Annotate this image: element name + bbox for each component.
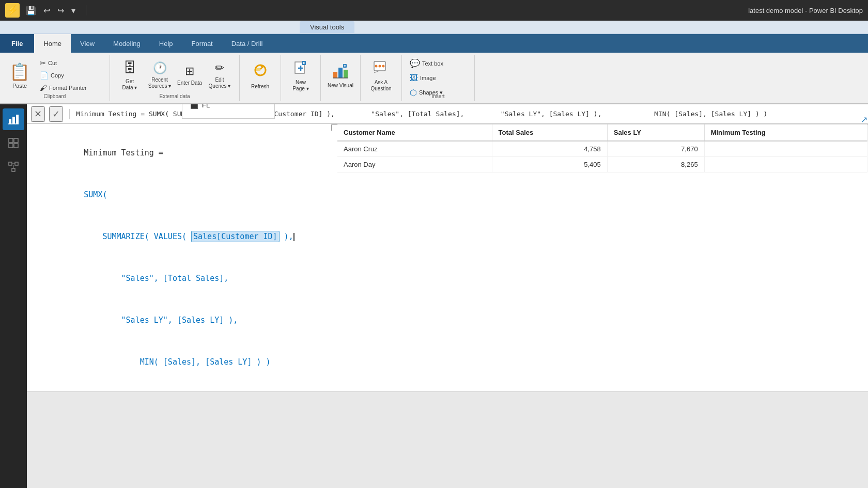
network-icon <box>8 161 19 172</box>
refresh-button[interactable]: Refresh <box>246 57 275 94</box>
new-visual-label: New Visual <box>328 83 353 89</box>
text-box-label: Text box <box>422 60 443 67</box>
ask-question-button[interactable]: Ask AQuestion <box>367 57 396 94</box>
copy-button[interactable]: 📄 Copy <box>37 70 104 81</box>
undo-button[interactable]: ↩ <box>41 5 52 17</box>
filter-item-fl[interactable]: FL <box>191 104 266 109</box>
formula-cancel-button[interactable]: ✕ <box>31 106 45 122</box>
save-button[interactable]: 💾 <box>24 5 38 17</box>
tab-home[interactable]: Home <box>34 34 71 53</box>
cut-icon: ✂ <box>40 59 46 67</box>
recent-sources-icon: 🕐 <box>153 61 167 75</box>
dax-line-2: SUMX( <box>37 174 858 216</box>
copy-icon: 📄 <box>40 71 49 80</box>
recent-sources-label: RecentSources ▾ <box>148 77 171 89</box>
scroll-arrow[interactable]: ↗ <box>861 115 867 124</box>
col-header-customer-name[interactable]: Customer Name <box>337 124 492 141</box>
tab-file[interactable]: File <box>0 34 34 53</box>
ribbon-content: 📋 Paste ✂ Cut 📄 Copy 🖌 Format Painter Cl… <box>0 53 868 104</box>
tab-data-drill[interactable]: Data / Drill <box>222 34 272 53</box>
svg-rect-22 <box>16 115 19 124</box>
sidebar-grid-button[interactable] <box>3 132 24 154</box>
ask-question-group: Ask AQuestion <box>361 55 402 101</box>
sidebar-bar-chart-button[interactable] <box>3 108 24 130</box>
bar-chart-icon <box>8 114 19 125</box>
svg-rect-1 <box>256 68 260 71</box>
paste-label: Paste <box>12 83 27 89</box>
paste-icon: 📋 <box>9 62 30 82</box>
refresh-icon <box>251 61 270 84</box>
cell-customer-2: Aaron Day <box>337 157 492 172</box>
redo-button[interactable]: ↪ <box>55 5 66 17</box>
app-icon: ⚡ <box>5 3 20 18</box>
new-visual-icon <box>331 62 350 83</box>
enter-data-button[interactable]: ⊞ Enter Data <box>175 57 204 94</box>
data-table: Customer Name Total Sales Sales LY Minim… <box>337 124 868 125</box>
paste-button[interactable]: 📋 Paste <box>5 57 34 94</box>
visual-tools-label: Visual tools <box>300 21 354 33</box>
cell-min-testing-1 <box>704 141 867 157</box>
customize-button[interactable]: ▾ <box>69 5 78 17</box>
col-header-minimum-testing[interactable]: Minimum Testing <box>704 124 867 141</box>
table-row: Aaron Day 5,405 8,265 <box>337 157 867 172</box>
svg-rect-25 <box>14 138 18 143</box>
quick-access-toolbar: 💾 ↩ ↪ ▾ <box>24 5 78 17</box>
sidebar-network-button[interactable] <box>3 156 24 178</box>
edit-queries-label: EditQueries ▾ <box>209 77 231 89</box>
dax-line-6: MIN( [Sales], [Sales LY] ) ) <box>37 341 858 383</box>
divider <box>86 5 86 15</box>
recent-sources-button[interactable]: 🕐 RecentSources ▾ <box>145 57 174 94</box>
checkbox-fl[interactable] <box>191 104 198 109</box>
cell-customer-1: Aaron Cruz <box>337 141 492 157</box>
visual-tools-bar: Visual tools <box>0 21 868 34</box>
tab-help[interactable]: Help <box>150 34 182 53</box>
content-area: ✕ ✓ Minimum Testing = SUMX( SUMMARIZE( V… <box>27 104 868 488</box>
new-visual-button[interactable]: New Visual <box>326 57 355 94</box>
grid-icon <box>8 137 19 149</box>
dax-highlight: Sales[Customer ID] <box>191 231 280 242</box>
table-resize-handle[interactable] <box>331 124 337 131</box>
format-painter-label: Format Painter <box>49 85 87 91</box>
cell-total-sales-1: 4,758 <box>492 141 607 157</box>
refresh-group: Refresh <box>240 55 281 101</box>
get-data-label: GetData ▾ <box>122 78 137 91</box>
ask-question-icon <box>372 59 391 80</box>
svg-rect-9 <box>338 68 343 78</box>
svg-rect-27 <box>14 144 18 148</box>
window-title: latest demo model - Power BI Desktop <box>748 7 863 14</box>
copy-label: Copy <box>51 72 64 78</box>
dax-line-5: "Sales LY", [Sales LY] ), <box>37 300 858 341</box>
svg-rect-20 <box>9 119 11 124</box>
svg-rect-30 <box>12 168 15 171</box>
tab-format[interactable]: Format <box>182 34 222 53</box>
col-header-sales-ly[interactable]: Sales LY <box>607 124 704 141</box>
enter-data-icon: ⊞ <box>185 65 194 78</box>
insert-group: 💬 Text box 🖼 Image ⬡ Shapes ▾ Insert <box>402 55 475 101</box>
table-row: Aaron Cruz 4,758 7,670 <box>337 141 867 157</box>
cut-label: Cut <box>48 60 57 66</box>
format-painter-icon: 🖌 <box>40 84 47 92</box>
edit-queries-button[interactable]: ✏ EditQueries ▾ <box>205 57 234 94</box>
cut-button[interactable]: ✂ Cut <box>37 57 104 69</box>
title-bar: ⚡ 💾 ↩ ↪ ▾ latest demo model - Power BI D… <box>0 0 868 21</box>
col-header-total-sales[interactable]: Total Sales <box>492 124 607 141</box>
svg-rect-24 <box>9 138 13 143</box>
insert-group-label: Insert <box>402 93 474 99</box>
formula-confirm-button[interactable]: ✓ <box>49 106 63 122</box>
formula-bar: ✕ ✓ <box>27 104 868 124</box>
edit-queries-icon: ✏ <box>215 61 224 75</box>
main-area: ✕ ✓ Minimum Testing = SUMX( SUMMARIZE( V… <box>0 104 868 488</box>
tab-modeling[interactable]: Modeling <box>104 34 150 53</box>
image-button[interactable]: 🖼 Image <box>407 72 469 84</box>
refresh-label: Refresh <box>251 84 269 90</box>
formula-divider <box>69 109 70 119</box>
new-page-button[interactable]: NewPage ▾ <box>286 57 315 94</box>
tab-view[interactable]: View <box>71 34 104 53</box>
text-box-button[interactable]: 💬 Text box <box>407 57 469 70</box>
get-data-button[interactable]: 🗄 GetData ▾ <box>115 57 144 94</box>
external-data-group: 🗄 GetData ▾ 🕐 RecentSources ▾ ⊞ Enter Da… <box>110 55 240 101</box>
svg-point-18 <box>378 65 381 67</box>
svg-rect-21 <box>12 117 15 124</box>
text-box-icon: 💬 <box>410 58 420 68</box>
format-painter-button[interactable]: 🖌 Format Painter <box>37 82 104 93</box>
